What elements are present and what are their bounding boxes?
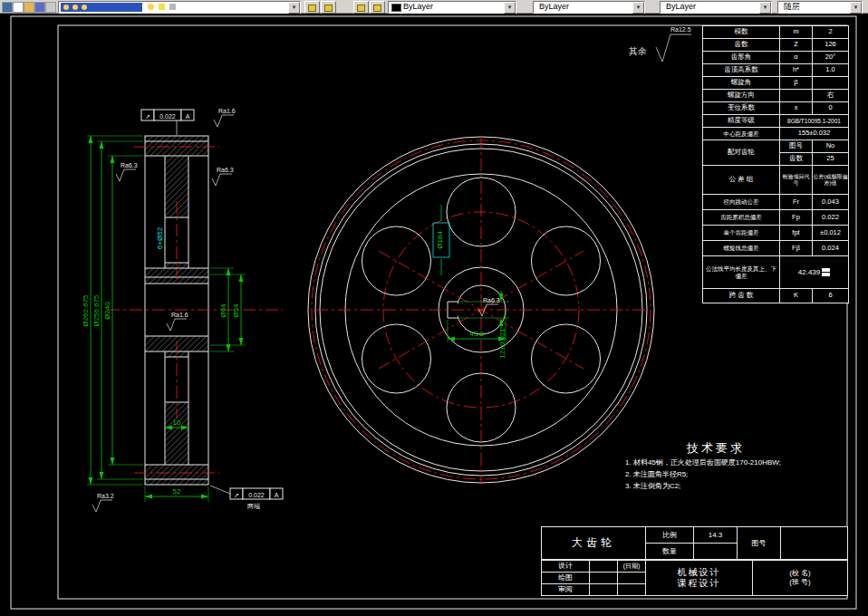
chevron-down-icon[interactable]: ▾ bbox=[759, 2, 771, 14]
param-label: 齿形角 bbox=[703, 52, 780, 64]
tolerance-label: 径向跳动公差 bbox=[703, 195, 780, 210]
layer-lock-icon bbox=[82, 5, 87, 10]
open-file-icon[interactable] bbox=[24, 2, 34, 13]
base-tangent-length-label: 公法线平均长度及其上、下偏差 bbox=[703, 256, 780, 289]
scale-label: 比例 bbox=[646, 527, 694, 544]
tolerance-value: 0.022 bbox=[813, 210, 849, 226]
drafter-date-cell bbox=[618, 573, 646, 584]
save-icon[interactable] bbox=[34, 2, 45, 13]
dim-tip-diameter[interactable]: Ø262.675 bbox=[82, 294, 90, 327]
technical-requirement-item: 3. 未注倒角为C2; bbox=[625, 480, 854, 492]
base-tangent-length-cell: 42.439 bbox=[780, 256, 849, 289]
gear-section-view[interactable] bbox=[107, 136, 283, 485]
chevron-down-icon[interactable]: ▾ bbox=[850, 2, 862, 14]
dim-root-diameter[interactable]: Ø240 bbox=[103, 302, 111, 320]
layer-isolate-button[interactable] bbox=[370, 1, 385, 14]
param-symbol: α bbox=[780, 52, 813, 64]
param-value: 126 bbox=[813, 39, 849, 52]
layer-printer-icon bbox=[169, 4, 176, 10]
layer-previous-button[interactable] bbox=[321, 1, 336, 14]
gear-front-dimensions[interactable]: Ø184 12±0.021 43.8 Ra6.3 bbox=[433, 205, 509, 359]
layer-freeze-icon bbox=[72, 5, 78, 10]
lineweight-combo[interactable]: ByLayer ▾ bbox=[660, 1, 772, 14]
dim-keyway-depth[interactable]: 43.8 bbox=[469, 330, 484, 338]
layer-combo[interactable]: ▾ bbox=[58, 1, 301, 14]
part-name: 大齿轮 bbox=[542, 527, 646, 560]
dim-face-width[interactable]: 52 bbox=[173, 487, 181, 496]
gdt-frame-top[interactable]: ↗ 0.022 A bbox=[141, 110, 194, 135]
runout-symbol: ↗ bbox=[145, 113, 150, 120]
dim-bolt-circle[interactable]: Ø184 bbox=[436, 231, 444, 249]
dim-hub-diameter[interactable]: Ø64 bbox=[219, 303, 227, 318]
param-symbol: x bbox=[780, 102, 813, 115]
chevron-down-icon[interactable]: ▾ bbox=[288, 2, 300, 14]
reviewer-signature-cell bbox=[590, 584, 618, 596]
roughness-left-face: Ra6.3 bbox=[121, 162, 138, 168]
drawing-number-label: 图号 bbox=[738, 527, 781, 560]
gdt-datum: A bbox=[186, 113, 190, 120]
layer-selection bbox=[61, 3, 142, 12]
param-symbol: β bbox=[780, 77, 813, 90]
dim-lightening-holes[interactable]: 6×Ø52 bbox=[156, 226, 164, 249]
plotstyle-combo[interactable]: 随层 ▾ bbox=[777, 1, 863, 14]
param-value: 1.0 bbox=[813, 64, 849, 77]
quantity-value bbox=[694, 544, 738, 560]
date-label: (日期) bbox=[618, 561, 646, 573]
param-label: 精度等级 bbox=[703, 115, 780, 128]
param-symbol: Z bbox=[780, 39, 813, 52]
lineweight-combo-value: ByLayer bbox=[666, 2, 696, 12]
layer-states-button[interactable] bbox=[353, 1, 369, 14]
chevron-down-icon[interactable]: ▾ bbox=[504, 2, 516, 14]
drawing-number-value bbox=[781, 527, 848, 560]
both-ends-note: 两端 bbox=[247, 503, 260, 509]
plotstyle-combo-value: 随层 bbox=[784, 2, 800, 12]
mate-row-value: 25 bbox=[813, 153, 849, 166]
tolerance-symbol: fpt bbox=[780, 226, 813, 241]
wn-deviation-blocks bbox=[822, 268, 830, 276]
tolerance-item-header: 检验项目代号 bbox=[780, 166, 813, 195]
gear-front-view[interactable] bbox=[308, 136, 654, 483]
color-combo[interactable]: ByLayer ▾ bbox=[388, 1, 516, 14]
runout-symbol: ↗ bbox=[234, 492, 239, 498]
tolerance-label: 螺旋线总偏差 bbox=[703, 241, 780, 256]
tolerance-label: 单个齿距偏差 bbox=[703, 226, 780, 241]
dim-web-thickness[interactable]: 10 bbox=[173, 419, 181, 427]
color-combo-value: ByLayer bbox=[403, 2, 433, 12]
technical-requirement-item: 1. 材料45钢，正火处理后齿面硬度170-210HBW; bbox=[625, 457, 854, 468]
designer-signature-cell bbox=[590, 561, 618, 573]
reviewer-label: 审阅 bbox=[542, 584, 590, 596]
chevron-down-icon[interactable]: ▾ bbox=[632, 2, 644, 14]
plot-icon[interactable] bbox=[45, 2, 56, 13]
param-label: 齿顶高系数 bbox=[703, 64, 780, 77]
roughness-bore: Ra1.6 bbox=[171, 312, 188, 318]
param-symbol: m bbox=[780, 26, 813, 39]
gear-section-dimensions[interactable]: Ø262.675 Ø256.675 Ø240 Ø64 Ø54 6×Ø52 52 … bbox=[82, 136, 246, 502]
make-object-layer-current-button[interactable] bbox=[304, 1, 320, 14]
dim-keyway-width[interactable]: 12±0.021 bbox=[498, 328, 506, 359]
gdt-frame-bottom[interactable]: ↗ 0.022 A 两端 bbox=[210, 486, 283, 509]
new-file-icon[interactable] bbox=[13, 2, 24, 13]
tolerance-symbol: Fp bbox=[780, 210, 813, 226]
tolerance-label: 齿距累积总偏差 bbox=[703, 210, 780, 226]
param-value: 0 bbox=[813, 102, 849, 115]
span-teeth-symbol: K bbox=[780, 289, 813, 303]
roughness-keyway: Ra6.3 bbox=[483, 297, 500, 303]
tolerance-symbol: Fr bbox=[780, 195, 813, 210]
linetype-combo[interactable]: ByLayer ▾ bbox=[533, 1, 645, 14]
mate-row-label: 图号 bbox=[780, 140, 813, 153]
title-block: 大齿轮 比例 14.3 图号 数量 设计 (日期) 机械设计课程设计 (校 名)… bbox=[541, 526, 847, 596]
param-symbol bbox=[780, 90, 813, 102]
gdt-tolerance: 0.022 bbox=[248, 492, 265, 498]
param-value: 右 bbox=[813, 90, 849, 102]
cad-window: Ø262.675 Ø256.675 Ø240 Ø64 Ø54 6×Ø52 52 … bbox=[0, 0, 868, 616]
designer-label: 设计 bbox=[542, 561, 590, 573]
param-value: 2 bbox=[813, 26, 849, 39]
quantity-label: 数量 bbox=[646, 544, 694, 560]
dim-step-diameter[interactable]: Ø54 bbox=[232, 303, 240, 318]
span-teeth-value: 6 bbox=[813, 289, 849, 303]
technical-requirement-item: 2. 未注圆角半径R5; bbox=[625, 468, 854, 480]
dim-pitch-diameter[interactable]: Ø256.675 bbox=[92, 294, 101, 327]
drafter-signature-cell bbox=[590, 573, 618, 584]
color-swatch bbox=[391, 4, 401, 12]
param-label: 螺旋角 bbox=[703, 77, 780, 90]
